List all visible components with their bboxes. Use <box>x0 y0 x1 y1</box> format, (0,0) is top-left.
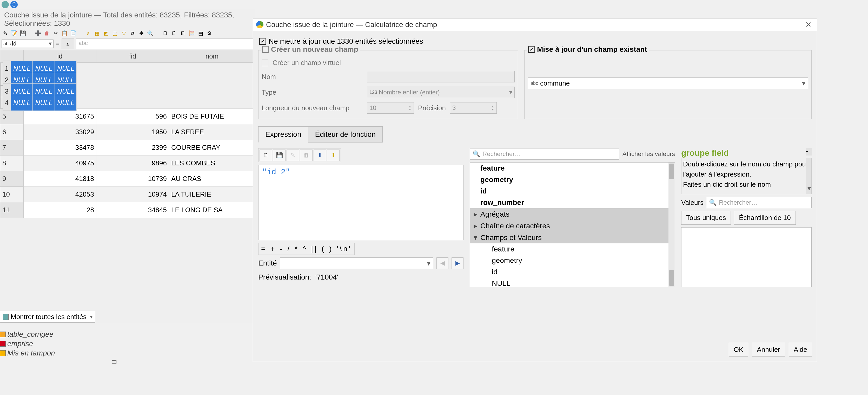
actions-icon[interactable]: ⚙ <box>206 30 213 36</box>
chevron-down-icon[interactable]: ▾ <box>807 183 811 194</box>
layer-item[interactable]: table_corrigee <box>0 330 55 339</box>
checkbox-unchecked-icon[interactable] <box>262 46 269 53</box>
filter-selection-icon[interactable]: ▽ <box>121 30 127 36</box>
tree-subitem[interactable]: NULL <box>470 278 675 287</box>
column-header[interactable]: nom <box>169 50 255 63</box>
dialog-titlebar[interactable]: Couche issue de la jointure — Calculatri… <box>253 19 817 31</box>
cell-id[interactable]: 33478 <box>24 140 96 156</box>
delete-feature-icon[interactable]: 🗑 <box>44 30 50 36</box>
table-row[interactable]: 4NULLNULLNULL <box>0 97 24 108</box>
cell-nom[interactable]: AU CRAS <box>169 171 255 187</box>
table-row[interactable]: 94181810739AU CRAS <box>0 171 255 187</box>
layer-panel-options-icon[interactable]: 🗔 <box>112 359 117 365</box>
ok-button[interactable]: OK <box>729 343 748 357</box>
select-all-icon[interactable]: ▦ <box>94 30 100 36</box>
tree-category-open[interactable]: ▾Champs et Valeurs <box>470 232 675 244</box>
row-number-cell[interactable]: 7 <box>0 140 24 156</box>
edit-pencil-icon[interactable]: ✎ <box>2 30 8 36</box>
row-number-cell[interactable]: 11 <box>0 202 24 218</box>
expression-dialog-button[interactable]: ε <box>62 38 74 49</box>
checkbox-checked-icon[interactable] <box>528 46 535 53</box>
cell-fid[interactable]: 9896 <box>96 156 169 171</box>
row-number-cell[interactable]: 8 <box>0 156 24 171</box>
select-by-expression-icon[interactable]: ε <box>85 30 91 36</box>
values-list[interactable] <box>681 227 812 287</box>
cell-fid[interactable]: 2399 <box>96 140 169 156</box>
new-field-icon[interactable]: 🗓 <box>162 30 168 36</box>
cell-id[interactable]: 33029 <box>24 124 96 140</box>
cell-nom[interactable]: COURBE CRAY <box>169 140 255 156</box>
help-scroll-up-icon[interactable]: ▴ <box>806 148 812 156</box>
save-edits-icon[interactable]: 💾 <box>20 30 26 36</box>
function-search-input[interactable]: 🔍 Rechercher… <box>470 148 619 160</box>
add-feature-icon[interactable]: ➕ <box>35 30 41 36</box>
paste-icon[interactable]: 📄 <box>70 30 76 36</box>
field-selector[interactable]: abc id ▾ <box>2 39 54 48</box>
copy-icon[interactable]: 📋 <box>61 30 67 36</box>
table-row[interactable]: 7334782399COURBE CRAY <box>0 140 255 156</box>
table-row[interactable]: 6330291950LA SEREE <box>0 124 255 140</box>
tree-subitem[interactable]: feature <box>470 244 675 255</box>
tab-expression[interactable]: Expression <box>258 126 308 142</box>
cell-fid[interactable]: NULL <box>33 95 55 111</box>
row-number-cell[interactable]: 9 <box>0 171 24 187</box>
tab-function-editor[interactable]: Éditeur de fonction <box>308 126 383 142</box>
close-button[interactable]: ✕ <box>803 20 814 29</box>
quick-expression-input[interactable]: abc <box>76 38 254 49</box>
cell-nom[interactable]: LA SEREE <box>169 124 255 140</box>
cell-id[interactable]: NULL <box>11 95 33 111</box>
layer-item[interactable]: emprise <box>0 339 55 348</box>
checkbox-checked-icon[interactable] <box>259 38 266 45</box>
cell-fid[interactable]: 596 <box>96 109 169 124</box>
expression-code-editor[interactable]: "id_2" <box>258 165 464 240</box>
cell-fid[interactable]: 10974 <box>96 187 169 202</box>
deselect-icon[interactable]: ▢ <box>112 30 118 36</box>
table-row[interactable]: 8409759896LES COMBES <box>0 156 255 171</box>
show-values-link[interactable]: Afficher les valeurs <box>622 150 675 158</box>
cell-fid[interactable]: 1950 <box>96 124 169 140</box>
table-row[interactable]: 112834845LE LONG DE SA <box>0 202 255 218</box>
save-expression-icon[interactable]: 💾 <box>273 149 285 161</box>
tree-subitem[interactable]: geometry <box>470 255 675 266</box>
tree-category[interactable]: ▸Chaîne de caractères <box>470 220 675 232</box>
cancel-button[interactable]: Annuler <box>752 343 785 357</box>
cell-id[interactable]: 42053 <box>24 187 96 202</box>
table-row[interactable]: 104205310974LA TUILERIE <box>0 187 255 202</box>
entity-select[interactable]: ▾ <box>280 257 433 269</box>
import-expression-icon[interactable]: ⬇ <box>314 149 326 161</box>
cell-fid[interactable]: 34845 <box>96 202 169 218</box>
new-expression-icon[interactable]: 🗋 <box>259 149 272 161</box>
tree-item[interactable]: id <box>470 186 675 197</box>
organize-columns-icon[interactable]: 🗓 <box>180 30 186 36</box>
cell-id[interactable]: 40975 <box>24 156 96 171</box>
sample-10-button[interactable]: Échantillon de 10 <box>734 211 796 225</box>
next-feature-button[interactable]: ▶ <box>452 257 464 269</box>
delete-field-icon[interactable]: 🗓 <box>171 30 177 36</box>
toggle-edit-icon[interactable]: 📝 <box>11 30 17 36</box>
column-header[interactable]: fid <box>96 50 169 63</box>
row-number-cell[interactable]: 5 <box>0 109 24 124</box>
operator-buttons[interactable]: = + - / * ^ || ( ) '\n' <box>258 243 354 255</box>
update-field-select[interactable]: abc commune ▾ <box>528 78 808 89</box>
layer-item[interactable]: Mis en tampon <box>0 348 55 358</box>
help-button[interactable]: Aide <box>789 343 812 357</box>
all-unique-button[interactable]: Tous uniques <box>681 211 731 225</box>
invert-selection-icon[interactable]: ◩ <box>103 30 109 36</box>
tree-category[interactable]: ▸Agrégats <box>470 208 675 220</box>
cut-icon[interactable]: ✂ <box>53 30 59 36</box>
move-selection-top-icon[interactable]: ⧉ <box>129 30 135 36</box>
cell-id[interactable]: 41818 <box>24 171 96 187</box>
table-row[interactable]: 531675596BOIS DE FUTAIE <box>0 109 255 124</box>
cell-nom[interactable]: LES COMBES <box>169 156 255 171</box>
row-number-cell[interactable]: 4 <box>3 95 11 111</box>
cell-nom[interactable]: LA TUILERIE <box>169 187 255 202</box>
cell-id[interactable]: 31675 <box>24 109 96 124</box>
cell-nom[interactable]: LE LONG DE SA <box>169 202 255 218</box>
field-calculator-icon[interactable]: 🧮 <box>189 30 195 36</box>
cell-id[interactable]: 28 <box>24 202 96 218</box>
values-search-input[interactable]: 🔍 Rechercher… <box>706 197 812 208</box>
row-number-cell[interactable]: 10 <box>0 187 24 202</box>
conditional-formatting-icon[interactable]: ▤ <box>197 30 204 36</box>
tree-item[interactable]: row_number <box>470 197 675 208</box>
attribute-table[interactable]: id fid nom 1NULLNULLNULL2NULLNULLNULL3NU… <box>0 50 255 218</box>
